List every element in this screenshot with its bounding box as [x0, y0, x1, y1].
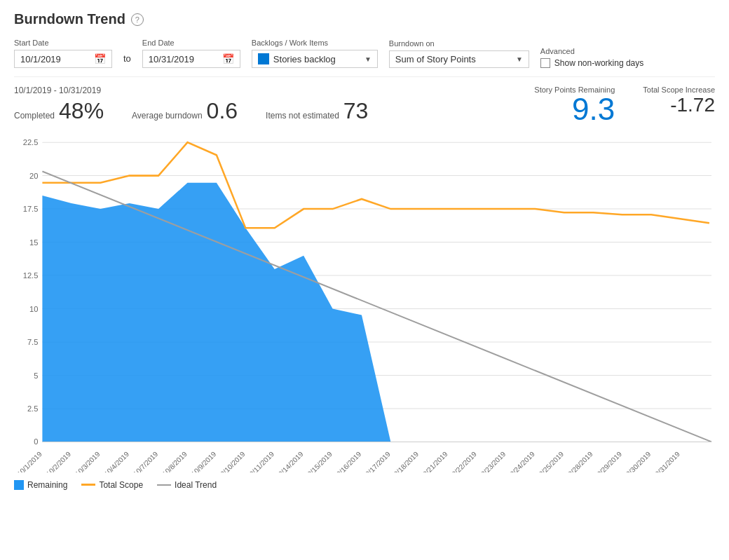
end-date-input[interactable]: 10/31/2019 📅 [142, 50, 240, 68]
start-date-calendar-icon[interactable]: 📅 [94, 53, 106, 64]
total-scope-label: Total Scope [99, 480, 143, 490]
svg-text:5: 5 [34, 371, 38, 380]
ideal-trend-label: Ideal Trend [175, 480, 217, 490]
story-points-remaining: Story Points Remaining 9.3 [534, 86, 615, 125]
chart-legend: Remaining Total Scope Ideal Trend [14, 480, 715, 490]
page-title: Burndown Trend [14, 11, 125, 27]
date-range: 10/1/2019 - 10/31/2019 [14, 86, 368, 95]
svg-text:10/18/2019: 10/18/2019 [390, 450, 421, 472]
avg-burndown-value: 0.6 [207, 98, 238, 124]
remaining-area [42, 183, 418, 442]
remaining-label: Remaining [27, 480, 67, 490]
svg-text:10/15/2019: 10/15/2019 [303, 450, 334, 472]
story-points-remaining-value: 9.3 [572, 94, 615, 125]
start-date-input[interactable]: 10/1/2019 📅 [14, 50, 112, 68]
svg-text:10/2/2019: 10/2/2019 [45, 450, 73, 472]
legend-total-scope: Total Scope [81, 480, 143, 490]
svg-text:10/8/2019: 10/8/2019 [161, 450, 189, 472]
avg-burndown-metric: Average burndown 0.6 [132, 98, 238, 124]
divider [14, 76, 715, 77]
to-label: to [123, 53, 131, 64]
total-scope-increase: Total Scope Increase -1.72 [643, 86, 715, 116]
svg-text:20: 20 [29, 172, 38, 180]
svg-text:10/25/2019: 10/25/2019 [535, 450, 566, 472]
svg-text:10/28/2019: 10/28/2019 [564, 450, 594, 472]
svg-text:17.5: 17.5 [23, 205, 39, 213]
svg-text:10/1/2019: 10/1/2019 [15, 450, 43, 472]
svg-text:10/9/2019: 10/9/2019 [190, 450, 218, 472]
svg-text:10/21/2019: 10/21/2019 [418, 450, 449, 472]
burndown-chart: 22.5 20 17.5 15 12.5 10 7.5 5 2.5 0 [14, 132, 715, 472]
svg-text:10/30/2019: 10/30/2019 [622, 450, 653, 472]
svg-text:0: 0 [34, 437, 38, 446]
backlogs-dropdown[interactable]: Stories backlog ▼ [252, 50, 378, 68]
svg-text:10/4/2019: 10/4/2019 [103, 450, 131, 472]
ideal-trend-color [157, 484, 171, 486]
completed-value: 48% [59, 98, 104, 124]
svg-text:10/16/2019: 10/16/2019 [332, 450, 363, 472]
svg-text:10/29/2019: 10/29/2019 [593, 450, 624, 472]
svg-text:12.5: 12.5 [23, 271, 39, 280]
end-date-label: End Date [142, 39, 240, 47]
backlogs-value: Stories backlog [273, 54, 360, 64]
burndown-value: Sum of Story Points [395, 54, 512, 64]
svg-text:15: 15 [29, 238, 38, 247]
total-scope-increase-value: -1.72 [670, 94, 715, 116]
start-date-label: Start Date [14, 39, 112, 47]
remaining-color [14, 480, 24, 490]
avg-burndown-label: Average burndown [132, 111, 203, 121]
svg-text:2.5: 2.5 [27, 404, 38, 413]
svg-text:10/31/2019: 10/31/2019 [650, 450, 681, 472]
completed-label: Completed [14, 111, 55, 121]
svg-text:10/10/2019: 10/10/2019 [216, 450, 247, 472]
legend-ideal-trend: Ideal Trend [157, 480, 217, 490]
svg-text:10/23/2019: 10/23/2019 [477, 450, 507, 472]
svg-text:10/7/2019: 10/7/2019 [132, 450, 160, 472]
legend-remaining: Remaining [14, 480, 67, 490]
items-not-estimated-metric: Items not estimated 73 [266, 98, 368, 124]
show-nonworking-checkbox[interactable] [540, 58, 550, 68]
svg-text:10/11/2019: 10/11/2019 [245, 450, 276, 472]
backlog-icon [258, 53, 269, 64]
svg-text:10/3/2019: 10/3/2019 [74, 450, 102, 472]
advanced-label: Advanced [540, 47, 643, 55]
chart-area: 22.5 20 17.5 15 12.5 10 7.5 5 2.5 0 [14, 132, 715, 474]
start-date-value: 10/1/2019 [20, 54, 90, 64]
svg-text:10/17/2019: 10/17/2019 [361, 450, 392, 472]
completed-metric: Completed 48% [14, 98, 104, 124]
svg-text:10: 10 [29, 305, 38, 313]
show-nonworking-label: Show non-working days [554, 58, 643, 68]
help-icon[interactable]: ? [131, 13, 144, 26]
backlogs-label: Backlogs / Work Items [252, 39, 378, 47]
items-not-estimated-label: Items not estimated [266, 111, 339, 121]
svg-text:10/22/2019: 10/22/2019 [448, 450, 479, 472]
burndown-label: Burndown on [389, 39, 529, 48]
burndown-chevron-icon: ▼ [516, 55, 523, 63]
total-scope-color [81, 484, 95, 486]
total-scope-increase-label: Total Scope Increase [643, 86, 715, 94]
burndown-dropdown[interactable]: Sum of Story Points ▼ [389, 50, 529, 68]
end-date-value: 10/31/2019 [149, 54, 218, 64]
svg-text:22.5: 22.5 [23, 138, 39, 146]
svg-text:7.5: 7.5 [27, 338, 38, 346]
backlogs-chevron-icon: ▼ [364, 55, 372, 63]
svg-text:10/14/2019: 10/14/2019 [274, 450, 305, 472]
svg-text:10/24/2019: 10/24/2019 [505, 450, 536, 472]
end-date-calendar-icon[interactable]: 📅 [222, 53, 234, 64]
items-not-estimated-value: 73 [343, 98, 369, 124]
